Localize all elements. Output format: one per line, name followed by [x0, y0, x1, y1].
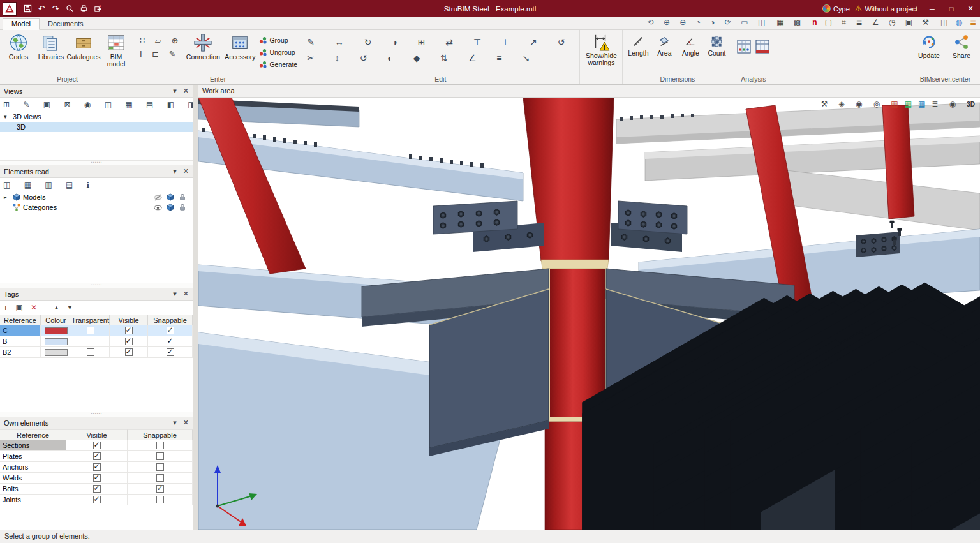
red-table-icon[interactable]: ▦ [891, 100, 898, 108]
chevron-down-icon[interactable]: ▾ [4, 114, 10, 120]
move-down-button[interactable]: ▼ [67, 304, 73, 311]
elements-toolbar[interactable]: ◫ ▦ ▥ ▤ ℹ [0, 178, 193, 192]
annotation-tools-strip-a[interactable]: ▦ ▩ [776, 18, 805, 27]
project-status[interactable]: ⚠ Without a project [855, 4, 917, 13]
snappable-checkbox[interactable] [167, 348, 174, 356]
tag-row-b2[interactable]: B2 [0, 347, 193, 358]
navisworks-icon[interactable]: n [812, 18, 817, 27]
app-icon[interactable] [3, 2, 17, 16]
own-close-icon[interactable]: ✕ [183, 419, 189, 427]
transparent-checkbox[interactable] [87, 348, 94, 356]
visible-checkbox[interactable] [125, 338, 133, 345]
section-tools-row1[interactable]: ∷ ▱ ⊕ [140, 36, 182, 45]
colour-swatch[interactable] [45, 338, 68, 345]
own-reference[interactable]: Welds [0, 473, 66, 484]
own-collapse-icon[interactable]: ▾ [173, 419, 177, 427]
area-button[interactable]: Area [652, 31, 676, 57]
3d-model-scene[interactable] [198, 98, 980, 530]
viewport-tools-a[interactable]: ⚒ ◈ ◉ ◎ [820, 100, 884, 108]
own-row-plates[interactable]: Plates [0, 451, 193, 462]
redo-button[interactable]: ↷ [49, 3, 62, 15]
visible-checkbox[interactable] [93, 452, 101, 460]
col-colour[interactable]: Colour [41, 315, 71, 325]
angle-button[interactable]: Angle [678, 31, 702, 57]
tag-reference[interactable]: B2 [0, 347, 41, 358]
own-reference[interactable]: Plates [0, 451, 66, 462]
panel-gutter[interactable] [193, 85, 198, 530]
connection-button[interactable]: Connection [185, 31, 221, 61]
snappable-checkbox[interactable] [156, 474, 164, 482]
analysis-results-button[interactable] [754, 38, 771, 55]
views-toolbar[interactable]: ⊞ ✎ ▣ ⊠ ◉ ◫ ▦ ▤ ◧ ◨ [0, 98, 193, 112]
col-reference[interactable]: Reference [0, 315, 41, 325]
own-reference[interactable]: Sections [0, 440, 66, 451]
panel-splitter[interactable]: ⋯⋯ [0, 160, 193, 165]
3d-view-icon[interactable]: 3D [967, 101, 975, 108]
col-transparent[interactable]: Transparent [71, 315, 110, 325]
panel-splitter[interactable]: ⋯⋯ [0, 283, 193, 288]
codes-button[interactable]: Codes [3, 31, 34, 61]
generate-button[interactable]: Generate [259, 58, 297, 70]
show-hide-warnings-button[interactable]: Show/hide warnings [583, 31, 619, 66]
undo-button[interactable]: ↶ [35, 3, 48, 15]
edit-tools-row2[interactable]: ✂ ↕ ↺ ◐ ◆ ⇅ ∠ ≡ ↘ [307, 53, 574, 63]
elements-toolbar-icons[interactable]: ◫ ▦ ▥ ▤ ℹ [3, 181, 95, 190]
add-tag-button[interactable]: + [3, 303, 8, 313]
view-item-3d[interactable]: 3D [0, 122, 193, 132]
zoom-search-button[interactable] [63, 3, 76, 15]
own-reference[interactable]: Bolts [0, 484, 66, 495]
visible-checkbox[interactable] [125, 348, 133, 356]
viewport-tools-b[interactable]: ≣ ◉ [932, 100, 960, 108]
own-row-sections[interactable]: Sections [0, 440, 193, 451]
tags-collapse-icon[interactable]: ▾ [173, 290, 177, 298]
views-close-icon[interactable]: ✕ [183, 87, 189, 95]
minimize-button[interactable]: ─ [923, 0, 942, 17]
own-row-anchors[interactable]: Anchors [0, 462, 193, 473]
views-toolbar-icons[interactable]: ⊞ ✎ ▣ ⊠ ◉ ◫ ▦ ▤ ◧ ◨ [3, 100, 193, 109]
layers-icon[interactable]: ≣ [970, 18, 976, 27]
transparent-checkbox[interactable] [87, 327, 94, 334]
transparent-checkbox[interactable] [87, 338, 94, 345]
tag-row-b[interactable]: B [0, 336, 193, 347]
snappable-checkbox[interactable] [156, 496, 164, 503]
export-button[interactable] [91, 3, 104, 15]
tag-reference[interactable]: B [0, 336, 41, 347]
snappable-checkbox[interactable] [156, 463, 164, 471]
tags-close-icon[interactable]: ✕ [183, 290, 189, 298]
elements-close-icon[interactable]: ✕ [183, 167, 189, 175]
group-button[interactable]: Group [259, 34, 297, 46]
close-button[interactable]: ✕ [961, 0, 980, 17]
bimserver-globe-icon[interactable]: ◍ [955, 18, 961, 27]
colour-swatch[interactable] [45, 349, 68, 356]
share-button[interactable]: Share [946, 31, 977, 59]
visible-checkbox[interactable] [93, 463, 101, 471]
tab-model[interactable]: Model [3, 18, 40, 30]
navigation-tools-strip[interactable]: ⟲ ⊕ ⊖ ◔ ◑ ⟳ ▭ ◫ [648, 18, 769, 27]
section-tools[interactable]: ∷ ▱ ⊕ I ⊏ ✎ [138, 31, 183, 59]
cype-account-button[interactable]: Cype [822, 4, 850, 13]
panel-splitter[interactable]: ⋯⋯ [0, 412, 193, 417]
own-reference[interactable]: Joints [0, 495, 66, 505]
maximize-button[interactable]: □ [942, 0, 961, 17]
visible-checkbox[interactable] [93, 474, 101, 482]
visible-checkbox[interactable] [93, 442, 101, 449]
col-snappable[interactable]: Snappable [128, 429, 193, 440]
tag-row-c[interactable]: C [0, 325, 193, 336]
elements-collapse-icon[interactable]: ▾ [173, 167, 177, 175]
visible-checkbox[interactable] [93, 496, 101, 503]
solid-view-icon[interactable] [167, 193, 174, 201]
col-reference[interactable]: Reference [0, 429, 66, 440]
move-up-button[interactable]: ▲ [54, 304, 59, 311]
blue-table-icon[interactable]: ▦ [918, 100, 925, 108]
copy-tag-button[interactable]: ▣ [16, 303, 23, 312]
lock-icon[interactable] [179, 193, 186, 201]
window-layout-icon[interactable]: ◫ [940, 18, 947, 27]
snappable-checkbox[interactable] [167, 338, 174, 345]
elements-row-categories[interactable]: Categories [0, 202, 193, 212]
colour-swatch[interactable] [45, 327, 68, 334]
col-snappable[interactable]: Snappable [148, 315, 193, 325]
snappable-checkbox[interactable] [167, 327, 174, 334]
green-table-icon[interactable]: ▦ [905, 100, 912, 108]
lock-icon[interactable] [179, 204, 186, 211]
col-visible[interactable]: Visible [110, 315, 148, 325]
